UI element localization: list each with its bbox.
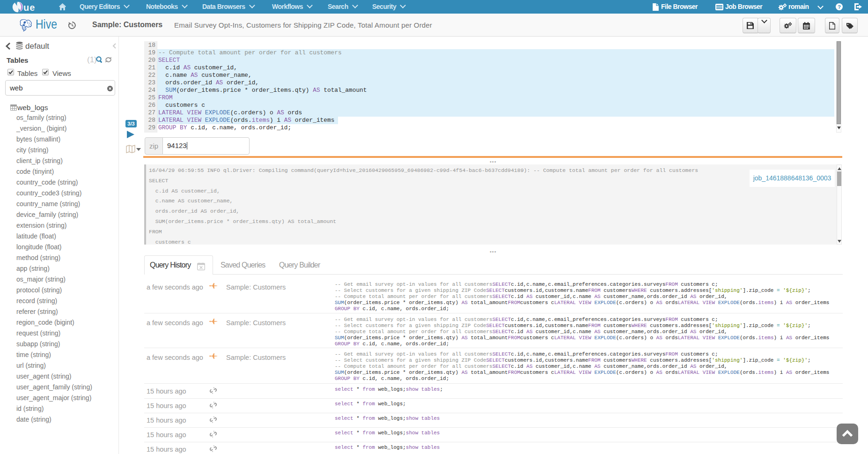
svg-text:ue: ue <box>23 2 35 13</box>
svg-text:?: ? <box>838 4 841 10</box>
